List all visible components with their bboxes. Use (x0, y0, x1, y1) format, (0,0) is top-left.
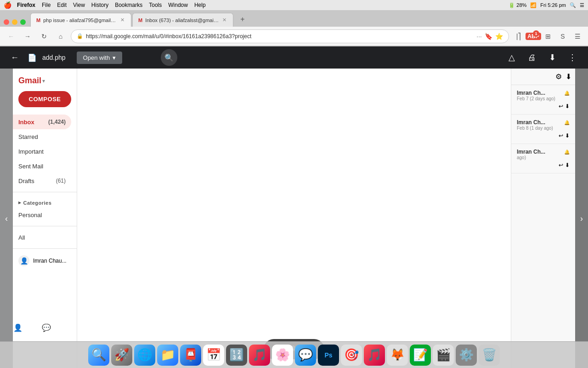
file-icon: 📄 (28, 53, 37, 62)
dock-itunes[interactable]: 🎵 (364, 345, 385, 366)
tab-2-close[interactable]: ✕ (221, 16, 227, 24)
sidebar-item-sent[interactable]: Sent Mail (13, 159, 71, 173)
hangouts-icon[interactable]: 💬 (42, 323, 51, 332)
email-list-item-3[interactable]: Imran Ch... 🔔 ago) ↩ ⬇ (511, 144, 575, 173)
dock-calendar[interactable]: 📅 (203, 345, 224, 366)
email-list-item-2[interactable]: Imran Ch... 🔔 Feb 8 (1 day ago) ↩ ⬇ (511, 115, 575, 144)
maximize-window-btn[interactable] (20, 19, 26, 25)
dock-calculator[interactable]: 🔢 (226, 345, 247, 366)
menu-tools[interactable]: Tools (149, 2, 162, 8)
viewer-search-button[interactable]: 🔍 (161, 49, 177, 66)
pocket-icon[interactable]: 🔖 (485, 33, 492, 40)
refresh-button[interactable]: ↻ (38, 30, 51, 43)
reply-icon-2[interactable]: ↩ (559, 132, 563, 139)
archive-icon-2[interactable]: ⬇ (565, 132, 570, 139)
sidebar-item-all[interactable]: All (13, 230, 71, 245)
address-bar[interactable]: 🔒 https://mail.google.com/mail/u/0/#inbo… (71, 29, 509, 43)
menu-help[interactable]: Help (194, 2, 206, 8)
app-name[interactable]: Firefox (17, 2, 35, 8)
menu-history[interactable]: History (91, 2, 108, 8)
panel-options-icon[interactable]: ⬇ (565, 72, 571, 81)
minimize-window-btn[interactable] (12, 19, 17, 25)
dock-vlc[interactable]: 🎬 (433, 345, 454, 366)
important-label: Important (18, 148, 66, 155)
forward-button[interactable]: → (21, 30, 34, 43)
code-viewer[interactable]: − 🔍 + (77, 69, 511, 368)
tab-1[interactable]: M php issue - aliafzal795@gmail.co... ✕ (30, 13, 131, 27)
notification-icon-2[interactable]: 🔔 (564, 120, 570, 125)
bookmark-icon[interactable]: ⭐ (495, 33, 503, 40)
sidebar-item-personal[interactable]: Personal (13, 207, 71, 222)
email-sender-2: Imran Ch... (517, 119, 545, 126)
menu-edit[interactable]: Edit (57, 2, 67, 8)
wifi-icon: 📶 (530, 2, 537, 8)
settings-icon[interactable]: ⚙ (555, 72, 562, 81)
sidebar-item-starred[interactable]: Starred (13, 129, 71, 144)
dock-mail[interactable]: 📮 (180, 345, 201, 366)
archive-icon-3[interactable]: ⬇ (565, 162, 570, 168)
drafts-count: (61) (56, 178, 66, 184)
reader-icon[interactable]: ABP 1 (527, 30, 539, 42)
menu-file[interactable]: File (42, 2, 51, 8)
menu-bookmarks[interactable]: Bookmarks (115, 2, 142, 8)
back-button[interactable]: ← (5, 30, 17, 43)
dock-firefox[interactable]: 🦊 (387, 345, 408, 366)
sidebar-item-drafts[interactable]: Drafts (61) (13, 173, 71, 188)
dock-photos[interactable]: 🌸 (272, 345, 293, 366)
drive-icon[interactable]: △ (503, 49, 520, 66)
menu-view[interactable]: View (73, 2, 85, 8)
sidebar-item-important[interactable]: Important (13, 144, 71, 159)
dock-evernote[interactable]: 📝 (410, 345, 431, 366)
gmail-dropdown[interactable]: ▾ (42, 78, 45, 84)
address-options[interactable]: ··· (476, 33, 482, 40)
chevron-categories-icon: ▸ (18, 200, 22, 206)
bullet-list-icon[interactable]: ☰ (580, 2, 584, 8)
sidebar-person-item[interactable]: 👤 Imran Chau... (13, 253, 77, 269)
archive-icon-1[interactable]: ⬇ (565, 103, 570, 109)
code-content: − 🔍 + (77, 69, 511, 135)
menu-icon[interactable]: ☰ (571, 30, 583, 42)
dock-skype[interactable]: 💬 (295, 345, 316, 366)
dock-chrome[interactable]: 🎯 (341, 345, 362, 366)
viewer-back-button[interactable]: ← (7, 50, 22, 65)
collections-icon[interactable]: |⎤ (513, 30, 525, 42)
next-arrow[interactable]: › (575, 69, 588, 368)
dock-photoshop[interactable]: Ps (318, 345, 339, 366)
email-time-1: Feb 7 (2 days ago) (517, 96, 570, 101)
dock-files[interactable]: 📁 (157, 345, 178, 366)
email-list-item-1[interactable]: Imran Ch... 🔔 Feb 7 (2 days ago) ↩ ⬇ (511, 85, 575, 115)
download-icon[interactable]: ⬇ (544, 49, 560, 66)
all-label: All (18, 234, 66, 241)
open-with-button[interactable]: Open with ▾ (77, 52, 123, 64)
sync-icon[interactable]: ⊞ (542, 30, 554, 42)
compose-button[interactable]: COMPOSE (18, 91, 71, 107)
open-with-label: Open with (83, 54, 110, 61)
notification-icon-3[interactable]: 🔔 (564, 150, 570, 155)
starred-label: Starred (18, 133, 66, 140)
tab-2[interactable]: M Inbox (673) - aliafzalsst@gmail.c... ✕ (132, 13, 233, 27)
more-options-icon[interactable]: ⋮ (564, 49, 581, 66)
notification-icon-1[interactable]: 🔔 (564, 91, 570, 96)
print-icon[interactable]: 🖨 (524, 49, 540, 66)
home-button[interactable]: ⌂ (54, 30, 67, 43)
dock-music[interactable]: 🎵 (249, 345, 270, 366)
screenshot-icon[interactable]: S (557, 30, 569, 42)
sidebar-divider-3 (13, 248, 77, 249)
sidebar-item-inbox[interactable]: Inbox (1,424) (13, 115, 71, 129)
sent-label: Sent Mail (18, 163, 66, 170)
contacts-icon[interactable]: 👤 (13, 323, 23, 332)
close-window-btn[interactable] (4, 19, 9, 25)
categories-header[interactable]: ▸ Categories (13, 196, 77, 207)
dock-trash[interactable]: 🗑️ (479, 345, 500, 366)
tab-1-close[interactable]: ✕ (119, 16, 125, 24)
apple-menu[interactable]: 🍎 (4, 1, 11, 9)
reply-icon-1[interactable]: ↩ (559, 103, 563, 109)
reply-icon-3[interactable]: ↩ (559, 162, 563, 168)
dock-safari[interactable]: 🌐 (134, 345, 155, 366)
dock-settings[interactable]: ⚙️ (456, 345, 477, 366)
search-menubar-icon[interactable]: 🔍 (570, 2, 576, 8)
new-tab-button[interactable]: + (236, 13, 249, 26)
menu-window[interactable]: Window (168, 2, 188, 8)
dock-finder[interactable]: 🔍 (88, 345, 109, 366)
dock-launchpad[interactable]: 🚀 (111, 345, 132, 366)
